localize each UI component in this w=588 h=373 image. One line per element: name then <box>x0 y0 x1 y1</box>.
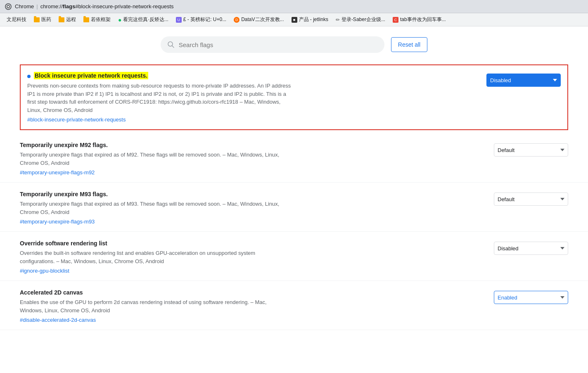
flag-select-canvas[interactable]: Default Disabled Enabled <box>494 291 568 304</box>
bookmark-medicine[interactable]: 医药 <box>31 15 55 24</box>
flag-item: Block insecure private network requests.… <box>21 65 567 129</box>
flag-info: Override software rendering list Overrid… <box>20 240 477 274</box>
flag-link[interactable]: #block-insecure-private-network-requests <box>27 116 126 123</box>
search-input[interactable] <box>179 41 378 48</box>
bookmark-label: tab事件改为回车事... <box>400 16 446 23</box>
folder-icon <box>83 17 89 22</box>
svg-point-1 <box>7 6 9 7</box>
url-prefix: chrome:// <box>40 3 63 10</box>
bookmark-saber[interactable]: ✏ 登录-Saber企业级... <box>332 15 389 24</box>
flag-title-row: Override software rendering list <box>20 240 477 247</box>
flag-title: Temporarily unexpire M92 flags. <box>20 142 108 148</box>
bookmark-label: 登录-Saber企业级... <box>341 16 385 23</box>
browser-name: Chrome <box>15 3 34 10</box>
bookmark-label: 文尼科技 <box>7 16 26 23</box>
bookmark-jetlinks[interactable]: ■ 产品 - jetlinks <box>288 15 332 24</box>
bookmark-tab[interactable]: C tab事件改为回车事... <box>389 15 449 24</box>
browser-icon <box>5 3 12 10</box>
flag-control: Default Disabled Enabled <box>494 191 568 206</box>
svg-line-3 <box>172 46 174 48</box>
flag-item: Override software rendering list Overrid… <box>0 232 588 281</box>
flag-select-m92[interactable]: Default Disabled Enabled <box>494 143 568 157</box>
search-area: Reset all <box>0 26 588 61</box>
flag-description: Overrides the built-in software renderin… <box>20 249 284 265</box>
flag-title: Accelerated 2D canvas <box>20 289 83 296</box>
jetlinks-icon: ■ <box>292 17 297 23</box>
flag-item: Temporarily unexpire M93 flags. Temporar… <box>0 183 588 232</box>
flag-control: Default Disabled Enabled <box>494 240 568 255</box>
flag-link[interactable]: #temporary-unexpire-flags-m92 <box>20 169 95 176</box>
folder-icon <box>59 17 64 22</box>
titlebar-separator: | <box>36 3 38 10</box>
titlebar-url: chrome://flags#block-insecure-private-ne… <box>40 3 174 10</box>
flag-title-row: Block insecure private network requests. <box>27 72 470 79</box>
flag-item: Accelerated 2D canvas Enables the use of… <box>0 281 588 330</box>
flag-description: Temporarily unexpire flags that expired … <box>20 151 284 167</box>
folder-icon <box>34 17 40 22</box>
flag-control: Default Disabled Enabled <box>486 72 561 87</box>
bookmark-label: 医药 <box>41 16 51 23</box>
flag-description: Prevents non-secure contexts from making… <box>27 82 292 114</box>
bookmarks-bar: 文尼科技 医药 远程 若依框架 ● 看完这些真·反矫达... U £ - 英榜标… <box>0 13 588 26</box>
flag-link[interactable]: #ignore-gpu-blocklist <box>20 268 69 274</box>
datav-icon: D <box>234 17 239 23</box>
main-content: Reset all Block insecure private network… <box>0 26 588 373</box>
flag-description: Temporarily unexpire flags that expired … <box>20 200 284 216</box>
bookmark-label: £ - 英榜标记: U+0... <box>183 16 226 23</box>
flag-title-row: Temporarily unexpire M93 flags. <box>20 191 477 197</box>
flag-info: Block insecure private network requests.… <box>27 72 470 123</box>
flag-link[interactable]: #temporary-unexpire-flags-m93 <box>20 219 95 225</box>
bookmark-label: 产品 - jetlinks <box>299 16 328 23</box>
flag-control: Default Disabled Enabled <box>494 289 568 304</box>
pencil-icon: ✏ <box>336 17 340 23</box>
flag-description: Enables the use of the GPU to perform 2d… <box>20 298 284 314</box>
flag-title-row: Accelerated 2D canvas <box>20 289 477 296</box>
flag-info: Accelerated 2D canvas Enables the use of… <box>20 289 477 323</box>
flag-control: Default Disabled Enabled <box>494 142 568 157</box>
flag-info: Temporarily unexpire M92 flags. Temporar… <box>20 142 477 176</box>
bookmark-label: 若依框架 <box>91 16 111 23</box>
bookmark-unicode[interactable]: U £ - 英榜标记: U+0... <box>173 15 230 24</box>
wechat-icon: ● <box>118 17 121 23</box>
titlebar: Chrome | chrome://flags#block-insecure-p… <box>0 0 588 13</box>
flag-info: Temporarily unexpire M93 flags. Temporar… <box>20 191 477 225</box>
search-box <box>161 36 384 53</box>
bookmark-label: 看完这些真·反矫达... <box>123 16 168 23</box>
flags-list: Block insecure private network requests.… <box>0 64 588 347</box>
flag-title: Block insecure private network requests. <box>34 72 148 79</box>
bookmark-ruoyi[interactable]: 若依框架 <box>80 15 114 24</box>
flag-select-block-insecure[interactable]: Default Disabled Enabled <box>486 74 561 87</box>
flag-title: Override software rendering list <box>20 240 107 247</box>
bookmark-datav[interactable]: D DataV二次开发教... <box>230 15 287 24</box>
flag-title-row: Temporarily unexpire M92 flags. <box>20 142 477 148</box>
bookmark-remote[interactable]: 远程 <box>55 15 79 24</box>
reset-all-button[interactable]: Reset all <box>391 37 427 52</box>
unicode-icon: U <box>176 17 182 23</box>
flag-select-m93[interactable]: Default Disabled Enabled <box>494 192 568 206</box>
flag-link[interactable]: #disable-accelerated-2d-canvas <box>20 317 96 323</box>
bookmark-label: 远程 <box>66 16 76 23</box>
bookmark-label: DataV二次开发教... <box>241 16 284 23</box>
search-icon <box>167 41 175 48</box>
flag-select-rendering[interactable]: Default Disabled Enabled <box>494 242 568 255</box>
flag-item: Temporarily unexpire M92 flags. Temporar… <box>0 133 588 183</box>
flag-dot <box>27 75 31 78</box>
highlighted-flag-container: Block insecure private network requests.… <box>20 64 568 130</box>
bookmark-wuniketi[interactable]: 文尼科技 <box>3 15 30 24</box>
url-hash: #block-insecure-private-network-requests <box>75 3 173 10</box>
flag-title: Temporarily unexpire M93 flags. <box>20 191 108 197</box>
bookmark-wechat[interactable]: ● 看完这些真·反矫达... <box>115 15 172 24</box>
tab-icon: C <box>393 17 398 23</box>
url-flags: flags <box>63 3 75 10</box>
